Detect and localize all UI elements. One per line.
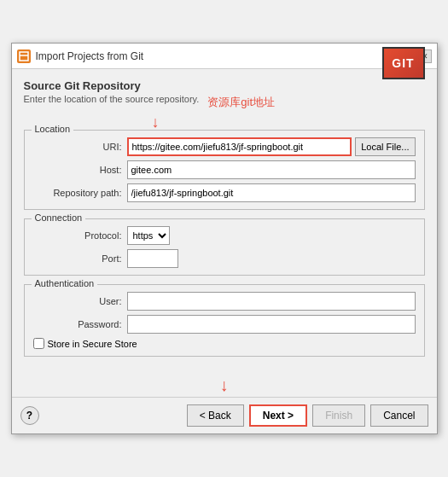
section-title: Source Git Repository [24, 79, 276, 92]
port-label: Port: [33, 253, 127, 264]
back-button[interactable]: < Back [187, 404, 244, 427]
password-label: Password: [33, 319, 127, 329]
connection-group: Connection Protocol: https http git ssh … [24, 218, 425, 276]
uri-label: URI: [33, 142, 127, 152]
header-section: Source Git Repository Enter the location… [24, 79, 276, 111]
title-bar: Import Projects from Git — □ ✕ [12, 44, 437, 69]
auth-group-label: Authentication [32, 278, 98, 288]
host-row: Host: [33, 160, 416, 179]
uri-input[interactable] [127, 137, 352, 156]
dialog-content: Source Git Repository Enter the location… [12, 69, 437, 375]
dialog-window: Import Projects from Git — □ ✕ Source Gi… [11, 43, 438, 434]
port-input[interactable] [127, 249, 178, 268]
annotation-text: 资源库git地址 [207, 95, 275, 110]
repo-path-label: Repository path: [33, 188, 127, 198]
uri-row: URI: Local File... [33, 137, 416, 156]
password-row: Password: [33, 315, 416, 334]
footer-left: ? [20, 406, 39, 425]
location-group-label: Location [32, 124, 74, 134]
window-title: Import Projects from Git [36, 50, 387, 62]
next-button[interactable]: Next > [249, 404, 307, 427]
section-subtitle: Enter the location of the source reposit… [24, 94, 200, 104]
secure-store-checkbox[interactable] [33, 338, 44, 349]
authentication-group: Authentication User: Password: Store in … [24, 284, 425, 357]
secure-store-row: Store in Secure Store [33, 338, 416, 349]
user-input[interactable] [127, 292, 416, 311]
git-logo: GIT [382, 47, 425, 79]
cancel-button[interactable]: Cancel [370, 404, 428, 427]
svg-rect-0 [20, 52, 28, 61]
protocol-select[interactable]: https http git ssh [127, 226, 170, 245]
host-input[interactable] [127, 160, 416, 179]
connection-group-label: Connection [32, 212, 86, 223]
port-row: Port: [33, 249, 416, 268]
footer-container: ↓ ? < Back Next > Finish Cancel [12, 375, 437, 433]
location-group: Location URI: Local File... Host: Reposi… [24, 130, 425, 210]
secure-store-label: Store in Secure Store [48, 339, 137, 349]
repo-path-row: Repository path: [33, 183, 416, 202]
local-file-button[interactable]: Local File... [355, 137, 415, 156]
next-arrow-container: ↓ [12, 375, 437, 397]
protocol-label: Protocol: [33, 230, 127, 241]
next-arrow-indicator: ↓ [220, 375, 229, 394]
window-icon [17, 49, 31, 63]
help-button[interactable]: ? [20, 406, 39, 425]
protocol-row: Protocol: https http git ssh [33, 226, 416, 245]
footer-right: < Back Next > Finish Cancel [187, 404, 428, 427]
user-row: User: [33, 292, 416, 311]
user-label: User: [33, 296, 127, 306]
finish-button[interactable]: Finish [312, 404, 365, 427]
repo-path-input[interactable] [127, 183, 416, 202]
uri-arrow-indicator: ↓ [152, 114, 425, 130]
password-input[interactable] [127, 315, 416, 334]
dialog-footer: ? < Back Next > Finish Cancel [12, 397, 437, 433]
host-label: Host: [33, 165, 127, 175]
